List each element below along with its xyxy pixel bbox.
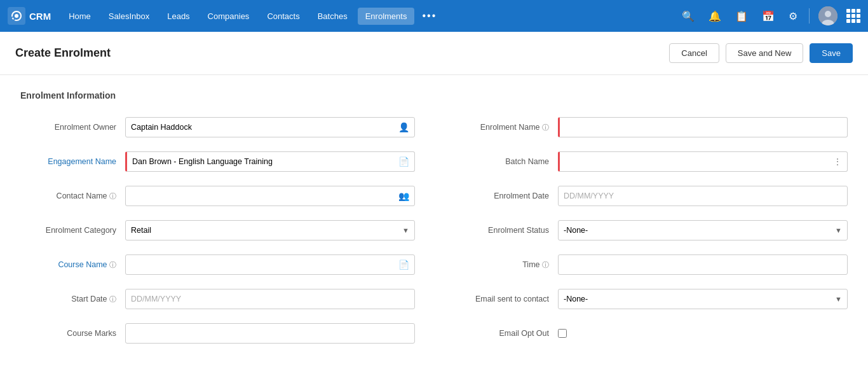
nav-enrolments[interactable]: Enrolments	[358, 8, 415, 25]
enrolment-name-input[interactable]	[558, 117, 848, 137]
email-sent-chevron-down-icon: ▼	[830, 295, 847, 303]
course-name-info-icon: ⓘ	[109, 261, 116, 268]
save-and-new-button[interactable]: Save and New	[726, 43, 804, 63]
enrolment-owner-row: Enrolment Owner 👤	[20, 116, 415, 139]
engagement-name-row: Engagement Name 📄	[20, 150, 415, 173]
bell-icon[interactable]: 🔔	[706, 8, 724, 25]
enrolment-name-label: Enrolment Name ⓘ	[453, 123, 558, 132]
nav-home[interactable]: Home	[61, 8, 98, 25]
start-date-info-icon: ⓘ	[109, 295, 116, 303]
nav-salesinbox[interactable]: SalesInbox	[101, 8, 157, 25]
svg-point-1	[15, 14, 18, 18]
contact-name-field: 👥	[125, 186, 415, 206]
engagement-name-input-wrap[interactable]: 📄	[125, 151, 415, 172]
email-sent-field: -None- Yes No ▼	[558, 289, 848, 309]
enrolment-name-row: Enrolment Name ⓘ	[453, 116, 848, 139]
course-lookup-icon[interactable]: 📄	[393, 260, 414, 270]
contact-lookup-icon[interactable]: 👥	[393, 191, 414, 201]
section-title: Enrolment Information	[20, 90, 848, 101]
person-icon[interactable]: 👤	[393, 122, 414, 132]
enrolment-date-input[interactable]	[558, 186, 848, 206]
enrolment-category-row: Enrolment Category Retail Corporate Onli…	[20, 219, 415, 242]
batch-name-row: Batch Name ⋮	[453, 150, 848, 173]
nav-items: Home SalesInbox Leads Companies Contacts…	[61, 8, 679, 25]
header-actions: Cancel Save and New Save	[669, 43, 853, 63]
settings-icon[interactable]: ⚙	[786, 8, 800, 25]
compose-icon[interactable]: 📋	[733, 8, 750, 25]
email-sent-select[interactable]: -None- Yes No	[559, 289, 830, 309]
course-marks-row: Course Marks	[20, 322, 415, 345]
enrolment-owner-input[interactable]	[126, 118, 393, 137]
contact-name-label: Contact Name ⓘ	[20, 191, 125, 201]
contact-name-input[interactable]	[126, 186, 393, 205]
svg-point-3	[825, 11, 831, 17]
page-container: Create Enrolment Cancel Save and New Sav…	[0, 32, 868, 369]
course-name-input-wrap[interactable]: 📄	[125, 254, 415, 275]
batch-name-label: Batch Name	[453, 157, 558, 166]
enrolment-owner-label: Enrolment Owner	[20, 123, 125, 132]
form-section: Enrolment Information Enrolment Owner 👤	[0, 75, 868, 369]
nav-batches[interactable]: Batches	[310, 8, 355, 25]
start-date-row: Start Date ⓘ	[20, 288, 415, 310]
email-opt-out-checkbox[interactable]	[558, 329, 567, 338]
status-chevron-down-icon: ▼	[830, 226, 847, 234]
course-name-field: 📄	[125, 254, 415, 275]
navbar: CRM Home SalesInbox Leads Companies Cont…	[0, 0, 868, 32]
enrolment-status-row: Enrolment Status -None- Active Inactive …	[453, 219, 848, 242]
enrolment-status-label: Enrolment Status	[453, 226, 558, 235]
page-title: Create Enrolment	[15, 46, 111, 60]
enrolment-category-select-wrap[interactable]: Retail Corporate Online Other ▼	[125, 220, 415, 240]
email-opt-out-row: Email Opt Out	[453, 322, 848, 345]
page-header: Create Enrolment Cancel Save and New Sav…	[0, 32, 868, 75]
batch-lookup-icon[interactable]: ⋮	[828, 157, 847, 167]
apps-icon[interactable]	[846, 9, 860, 23]
nav-leads[interactable]: Leads	[159, 8, 197, 25]
course-name-input[interactable]	[126, 255, 393, 274]
enrolment-name-field	[558, 117, 848, 137]
avatar[interactable]	[818, 6, 837, 25]
time-label: Time ⓘ	[453, 260, 558, 270]
navbar-right: 🔍 🔔 📋 📅 ⚙	[679, 6, 860, 25]
nav-divider	[809, 8, 810, 24]
email-sent-row: Email sent to contact -None- Yes No ▼	[453, 288, 848, 310]
save-button[interactable]: Save	[810, 43, 853, 63]
course-name-label: Course Name ⓘ	[20, 260, 125, 270]
search-icon[interactable]: 🔍	[679, 8, 697, 25]
engagement-name-input[interactable]	[127, 152, 393, 171]
logo[interactable]: CRM	[8, 7, 51, 25]
time-row: Time ⓘ	[453, 253, 848, 276]
course-marks-input[interactable]	[125, 323, 415, 344]
enrolment-category-select[interactable]: Retail Corporate Online Other	[126, 221, 397, 240]
enrolment-status-select-wrap[interactable]: -None- Active Inactive Completed ▼	[558, 220, 848, 240]
start-date-label: Start Date ⓘ	[20, 295, 125, 304]
logo-text: CRM	[29, 11, 51, 22]
nav-more[interactable]: •••	[417, 8, 442, 24]
enrolment-date-row: Enrolment Date	[453, 184, 848, 207]
enrolment-owner-input-wrap[interactable]: 👤	[125, 117, 415, 137]
engagement-name-field: 📄	[125, 151, 415, 172]
course-marks-label: Course Marks	[20, 329, 125, 338]
enrolment-status-select[interactable]: -None- Active Inactive Completed	[559, 221, 830, 240]
batch-name-field: ⋮	[558, 151, 848, 172]
cancel-button[interactable]: Cancel	[669, 43, 719, 63]
nav-contacts[interactable]: Contacts	[259, 8, 307, 25]
batch-name-input-wrap[interactable]: ⋮	[558, 151, 848, 172]
contact-name-row: Contact Name ⓘ 👥	[20, 184, 415, 207]
doc-icon[interactable]: 📄	[393, 157, 414, 167]
calendar-icon[interactable]: 📅	[759, 8, 777, 25]
form-right: Enrolment Name ⓘ Batch Name ⋮	[453, 116, 848, 356]
email-opt-out-field	[558, 323, 848, 344]
course-marks-field	[125, 323, 415, 344]
time-field	[558, 254, 848, 275]
time-input[interactable]	[558, 254, 848, 275]
enrolment-category-label: Enrolment Category	[20, 226, 125, 235]
form-left: Enrolment Owner 👤 Engagement Name	[20, 116, 415, 356]
enrolment-status-field: -None- Active Inactive Completed ▼	[558, 220, 848, 240]
contact-name-input-wrap[interactable]: 👥	[125, 186, 415, 206]
batch-name-input[interactable]	[560, 152, 828, 171]
start-date-input[interactable]	[125, 289, 415, 309]
contact-name-info-icon: ⓘ	[109, 192, 116, 200]
course-name-row: Course Name ⓘ 📄	[20, 253, 415, 276]
email-sent-select-wrap[interactable]: -None- Yes No ▼	[558, 289, 848, 309]
nav-companies[interactable]: Companies	[200, 8, 257, 25]
